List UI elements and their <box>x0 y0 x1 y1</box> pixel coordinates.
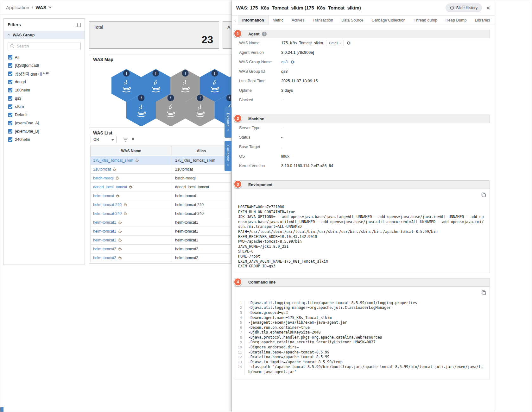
was-name-link[interactable]: helm-tomcat1 <box>93 220 116 225</box>
info-row-server-type: Server Type- <box>234 123 490 133</box>
checkbox-checked-icon[interactable] <box>8 129 12 134</box>
was-name-link[interactable]: helm-tomcat1 <box>93 229 116 234</box>
checkbox-checked-icon[interactable] <box>8 96 12 101</box>
dropdown-caret-icon <box>111 139 114 141</box>
filter-item--dmf-[interactable]: 삼성전자 dmf 테스트 <box>4 70 85 78</box>
filter-item-dongri[interactable]: dongri <box>4 78 85 86</box>
copy-icon[interactable] <box>481 192 486 197</box>
was-group-header[interactable]: WAS Group <box>4 31 85 39</box>
table-row[interactable]: helm-tomcat2helm-tomcat2 <box>90 245 231 253</box>
was-name-link[interactable]: batch-mssql <box>93 176 114 180</box>
table-row[interactable]: helm-tomcat-240helm-tomcat-240 <box>90 209 231 218</box>
table-row[interactable]: helm-tomcat1helm-tomcat1 <box>90 227 231 236</box>
was-hexagon[interactable]: ! <box>185 94 215 126</box>
search-input[interactable] <box>8 42 81 50</box>
collapse-panel-icon[interactable] <box>76 23 81 27</box>
checkbox-checked-icon[interactable] <box>8 88 12 92</box>
operator-dropdown[interactable]: OR <box>91 136 117 143</box>
tab-scroll-right-icon[interactable]: › <box>494 16 495 25</box>
field-label: Agent Version <box>239 50 281 55</box>
tab-actives[interactable]: Actives <box>288 16 308 25</box>
was-name-link[interactable]: helm-tomcat-240 <box>93 203 122 207</box>
table-row[interactable]: 175_K8s_Tomcat_slkim175_K8s_Tomcat_slkim <box>90 156 231 165</box>
checkbox-checked-icon[interactable] <box>8 113 12 117</box>
field-value: - <box>281 126 282 130</box>
was-name-link[interactable]: dongri_local_tomcat <box>93 185 127 189</box>
command-line-row: 14-classpath "/apache-tomcat-8.5.99/bin/… <box>236 365 486 374</box>
was-name-link[interactable]: 175_K8s_Tomcat_slkim <box>93 158 133 163</box>
gear-icon[interactable]: ⚙ <box>290 60 294 64</box>
was-name-link[interactable]: 210tomcat <box>93 167 111 172</box>
tab-libraries[interactable]: Libraries <box>471 16 494 25</box>
checkbox-checked-icon[interactable] <box>8 104 12 109</box>
breadcrumb-application[interactable]: Application <box>6 5 29 10</box>
was-name-link[interactable]: helm-tomcat2 <box>93 247 116 251</box>
was-hexagon[interactable]: ! <box>126 94 156 126</box>
table-row[interactable]: helm-tomcat1helm-tomcat1 <box>90 218 231 227</box>
filter-item-qs3[interactable]: qs3 <box>4 94 85 103</box>
tab-information[interactable]: Information <box>238 16 269 25</box>
table-row[interactable]: batch-mssqlbatch-mssql <box>90 174 231 183</box>
tab-scroll-left-icon[interactable]: ‹ <box>232 16 238 25</box>
close-icon[interactable]: × <box>486 4 490 11</box>
slide-history-button[interactable]: Slide History <box>446 3 482 12</box>
table-row[interactable]: helm-tomcat1helm-tomcat1 <box>90 236 231 245</box>
breadcrumb-was[interactable]: WAS <box>35 5 46 10</box>
pin-icon[interactable] <box>129 136 137 143</box>
was-name-link[interactable]: helm-tomcat2 <box>93 256 116 260</box>
field-label: WAS Group Name <box>239 60 281 64</box>
line-text: -Dexem.agent.name=175_K8s_Tomcat_slkim <box>244 315 486 321</box>
detail-button[interactable]: Detail› <box>326 40 344 46</box>
was-hexagon[interactable]: ! <box>156 94 186 126</box>
filter-item-label: qs3 <box>15 96 21 101</box>
bottom-left-tab[interactable] <box>0 407 3 412</box>
command-line-row: 7-Djdk.tls.ephemeralDHKeySize=2048 <box>236 330 486 335</box>
expand-button[interactable]: Expand ‹ <box>225 107 231 138</box>
alert-badge: ! <box>153 70 159 77</box>
checkbox-checked-icon[interactable] <box>8 72 12 76</box>
filter-icon[interactable] <box>122 136 129 143</box>
total-card[interactable]: Total 23 <box>89 21 219 49</box>
table-row[interactable]: helm-tomcat2helm-tomcat2 <box>90 253 231 262</box>
field-label: WAS Name <box>239 41 281 45</box>
agent-coffee-icon <box>112 167 117 171</box>
tab-transaction[interactable]: Transaction <box>308 16 337 25</box>
filter-item--exemone-b-[interactable]: [exemOne_B] <box>4 127 85 135</box>
gear-icon[interactable]: ⚙ <box>347 41 351 45</box>
tab-metric[interactable]: Metric <box>269 16 288 25</box>
checkbox-checked-icon[interactable] <box>8 55 12 59</box>
filter-item-180helm[interactable]: 180helm <box>4 86 85 94</box>
filter-item-slkim[interactable]: slkim <box>4 103 85 111</box>
help-icon[interactable]: ? <box>262 32 267 36</box>
was-name-link[interactable]: helm-tomcat <box>93 194 114 198</box>
checkbox-checked-icon[interactable] <box>8 63 12 68</box>
tab-heap-dump[interactable]: Heap Dump <box>441 16 471 25</box>
column-was-name[interactable]: WAS Name <box>91 146 172 156</box>
checkbox-checked-icon[interactable] <box>8 137 12 142</box>
copy-icon[interactable] <box>481 290 486 295</box>
tab-garbage-collection[interactable]: Garbage Collection <box>367 16 409 25</box>
tab-thread-dump[interactable]: Thread dump <box>409 16 441 25</box>
filter-item-240helm[interactable]: 240helm <box>4 135 85 144</box>
filter-item-default[interactable]: Default <box>4 111 85 119</box>
agent-coffee-icon <box>118 247 122 251</box>
table-row[interactable]: dongri_local_tomcatdongri_local_tomcat <box>90 183 231 191</box>
chevron-down-icon[interactable] <box>48 5 52 9</box>
tab-data-source[interactable]: Data Source <box>337 16 367 25</box>
checkbox-checked-icon[interactable] <box>8 121 12 125</box>
filter-item--exemone-a-[interactable]: [exemOne_A] <box>4 119 85 127</box>
machine-fields: Server Type-Status-Base Target-OSlinuxKe… <box>234 123 490 171</box>
table-row[interactable]: helm-tomcathelm-tomcat <box>90 191 231 200</box>
checkbox-checked-icon[interactable] <box>8 80 12 84</box>
field-value[interactable]: qs3 <box>281 60 288 64</box>
was-name-link[interactable]: helm-tomcat1 <box>93 238 116 242</box>
collapse-button[interactable]: Collapse › <box>225 141 231 171</box>
was-name-cell: helm-tomcat2 <box>91 245 172 253</box>
line-number: 1 <box>236 301 244 306</box>
filter-item-all[interactable]: All <box>4 53 85 61</box>
table-row[interactable]: 210tomcat210tomcat <box>90 165 231 174</box>
column-alias[interactable]: Alias <box>172 146 231 156</box>
filter-item--qs3-tomcat8[interactable]: [QS3]tomcat8 <box>4 61 85 70</box>
was-name-link[interactable]: helm-tomcat-240 <box>93 211 122 216</box>
table-row[interactable]: helm-tomcat-240helm-tomcat-240 <box>90 200 231 209</box>
